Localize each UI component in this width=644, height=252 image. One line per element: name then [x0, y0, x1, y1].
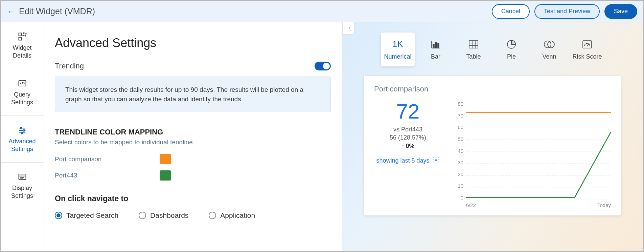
svg-point-31	[435, 159, 437, 161]
chart-type-selector: 1K Numerical Bar Table	[381, 33, 604, 66]
venn-icon	[544, 39, 555, 50]
color-swatch-port-comparison[interactable]	[160, 154, 171, 164]
sidebar-item-label: Widget Details	[3, 44, 41, 59]
svg-point-5	[20, 127, 22, 129]
series-label: Port comparison	[55, 155, 153, 163]
chart-type-label: Risk Score	[572, 53, 602, 60]
showing-days-button[interactable]: showing last 5 days	[374, 156, 442, 165]
header: ← Edit Widget (VMDR) Cancel Test and Pre…	[1, 1, 643, 22]
chart-type-label: Pie	[507, 53, 516, 60]
sidebar: Widget Details Query Settings Advanced S…	[1, 22, 44, 251]
table-icon	[469, 39, 478, 50]
save-button[interactable]: Save	[604, 4, 637, 19]
numerical-icon: 1K	[392, 39, 403, 50]
trending-toggle[interactable]	[315, 62, 331, 70]
radio-icon	[209, 212, 216, 219]
radio-label: Dashboards	[150, 211, 188, 219]
chart-type-label: Table	[466, 53, 481, 60]
svg-point-9	[21, 132, 23, 134]
svg-rect-29	[583, 41, 592, 48]
svg-rect-2	[19, 37, 21, 40]
settings-heading: Advanced Settings	[55, 36, 331, 50]
showing-label: showing last 5 days	[376, 157, 429, 164]
radio-icon	[55, 212, 62, 219]
header-actions: Cancel Test and Preview Save	[492, 4, 637, 19]
onclick-radio-group: Targeted Search Dashboards Application	[55, 211, 331, 219]
x-end-label: Today	[597, 202, 611, 208]
delta-text: 0%	[406, 142, 414, 150]
series-label: Port443	[55, 172, 153, 179]
code-icon	[18, 79, 27, 88]
sidebar-item-label: Advanced Settings	[3, 138, 41, 153]
trendline-title: TRENDLINE COLOR MAPPING	[55, 128, 331, 136]
color-row-port-comparison: Port comparison	[55, 154, 331, 164]
vs-label: vs Port443	[374, 125, 442, 133]
cancel-button[interactable]: Cancel	[492, 4, 530, 19]
chart-type-risk-score[interactable]: Risk Score	[570, 33, 604, 66]
svg-rect-19	[469, 41, 478, 48]
arrow-up-icon: ↑	[401, 142, 404, 150]
preview-panel: 1K Numerical Bar Table	[342, 22, 643, 251]
trendline-subtitle: Select colors to be mapped to individual…	[55, 139, 331, 146]
chart-type-label: Venn	[542, 53, 556, 60]
big-number: 72	[374, 101, 442, 122]
chart-type-bar[interactable]: Bar	[419, 33, 453, 66]
trending-label: Trending	[55, 62, 84, 70]
back-arrow-icon[interactable]: ←	[7, 7, 15, 16]
preview-card: Port comparison 72 vs Port443 56 (128.57…	[364, 76, 621, 215]
radio-icon	[139, 212, 146, 219]
trend-chart: 80706050403020100 6/22 Today	[450, 101, 611, 209]
chart-type-numerical[interactable]: 1K Numerical	[381, 33, 415, 66]
svg-rect-16	[433, 44, 434, 48]
secondary-value: 56 (128.57%)	[374, 133, 442, 142]
page-title: Edit Widget (VMDR)	[19, 6, 492, 16]
sidebar-item-label: Display Settings	[3, 184, 41, 200]
chart-plot-area	[466, 103, 611, 200]
y-axis-ticks: 80706050403020100	[450, 101, 463, 201]
preview-summary: 72 vs Port443 56 (128.57%) ↑ 0% showing …	[374, 101, 442, 209]
radio-label: Application	[220, 211, 255, 219]
trending-info-box: This widget stores the daily results for…	[55, 77, 331, 112]
x-start-label: 6/22	[466, 202, 476, 208]
sidebar-item-label: Query Settings	[3, 91, 41, 106]
settings-panel: Advanced Settings Trending This widget s…	[44, 22, 342, 251]
svg-rect-17	[435, 42, 437, 48]
chart-type-pie[interactable]: Pie	[495, 33, 528, 66]
sidebar-item-widget-details[interactable]: Widget Details	[1, 22, 44, 69]
delta-value: ↑ 0%	[374, 142, 442, 150]
onclick-nav-title: On click navigate to	[55, 194, 331, 203]
bar-chart-icon	[431, 39, 440, 50]
chart-type-label: Bar	[431, 53, 440, 60]
gauge-icon	[582, 39, 592, 50]
sliders-icon	[18, 125, 27, 135]
color-swatch-port443[interactable]	[160, 170, 171, 181]
radio-application[interactable]: Application	[209, 211, 255, 219]
svg-rect-0	[19, 33, 21, 36]
svg-rect-18	[438, 43, 439, 48]
pie-chart-icon	[507, 39, 516, 50]
chart-type-venn[interactable]: Venn	[532, 33, 566, 66]
layout-icon	[18, 172, 27, 182]
x-axis-labels: 6/22 Today	[466, 202, 611, 208]
svg-line-30	[587, 44, 589, 46]
sidebar-item-query-settings[interactable]: Query Settings	[1, 69, 44, 116]
collapse-panel-button[interactable]: 〈	[342, 22, 354, 35]
chevron-left-icon: 〈	[345, 24, 351, 33]
radio-dashboards[interactable]: Dashboards	[139, 211, 188, 219]
preview-card-title: Port comparison	[374, 85, 611, 93]
widgets-icon	[18, 32, 27, 41]
sidebar-item-display-settings[interactable]: Display Settings	[1, 163, 44, 209]
test-preview-button[interactable]: Test and Preview	[534, 4, 600, 19]
sidebar-item-advanced-settings[interactable]: Advanced Settings	[1, 116, 44, 163]
chart-type-table[interactable]: Table	[457, 33, 490, 66]
svg-rect-1	[23, 33, 26, 36]
radio-targeted-search[interactable]: Targeted Search	[55, 211, 118, 219]
color-row-port443: Port443	[55, 170, 331, 181]
chart-type-label: Numerical	[384, 53, 411, 60]
svg-point-7	[23, 130, 25, 131]
gear-icon	[432, 156, 440, 165]
radio-label: Targeted Search	[66, 211, 118, 219]
